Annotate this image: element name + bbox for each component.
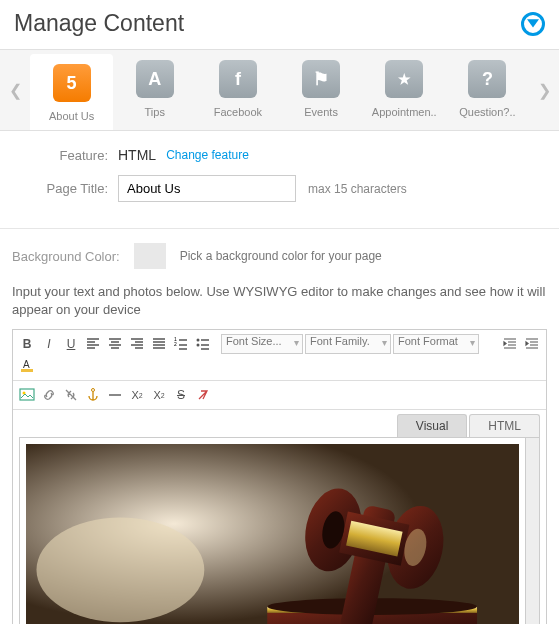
tab-label: About Us [49, 110, 94, 122]
align-left-button[interactable] [83, 334, 103, 354]
feature-value: HTML [118, 147, 156, 163]
text-color-button[interactable]: A [17, 356, 37, 376]
feature-label: Feature: [12, 148, 118, 163]
tab-label: Facebook [214, 106, 262, 118]
tab-about-us[interactable]: 5 About Us [30, 54, 113, 130]
visual-mode-tab[interactable]: Visual [397, 414, 467, 437]
tab-label: Question?.. [459, 106, 515, 118]
svg-point-8 [92, 389, 95, 392]
strikethrough-button[interactable]: S [171, 385, 191, 405]
tab-label: Appointmen.. [372, 106, 437, 118]
tabs: 5 About Us A Tips f Facebook ⚑ Events ★ … [30, 50, 529, 130]
align-center-button[interactable] [105, 334, 125, 354]
page-title: Manage Content [14, 10, 184, 37]
page-title-input[interactable] [118, 175, 296, 202]
font-family-select[interactable]: Font Family. [305, 334, 391, 354]
editor-instructions: Input your text and photos below. Use WY… [0, 283, 559, 329]
svg-point-2 [197, 339, 200, 342]
calendar-star-icon: ★ [385, 60, 423, 98]
bold-button[interactable]: B [17, 334, 37, 354]
help-button[interactable] [521, 12, 545, 36]
flag-icon: ⚑ [302, 60, 340, 98]
content-image [26, 444, 519, 624]
tab-tips[interactable]: A Tips [113, 50, 196, 130]
align-justify-button[interactable] [149, 334, 169, 354]
subscript-button[interactable]: X2 [127, 385, 147, 405]
svg-text:2: 2 [174, 341, 177, 347]
wysiwyg-editor: B I U 12 Font Size... Font Family. Font … [12, 329, 547, 624]
hr-button[interactable] [105, 385, 125, 405]
svg-rect-9 [109, 394, 121, 396]
unlink-button[interactable] [61, 385, 81, 405]
link-button[interactable] [39, 385, 59, 405]
tab-appointments[interactable]: ★ Appointmen.. [363, 50, 446, 130]
svg-rect-6 [20, 389, 34, 400]
svg-point-3 [197, 344, 200, 347]
tab-label: Tips [145, 106, 165, 118]
tabs-next-arrow[interactable]: ❯ [529, 50, 559, 130]
editor-scrollbar[interactable] [526, 437, 540, 624]
facebook-icon: f [219, 60, 257, 98]
html5-icon: 5 [53, 64, 91, 102]
svg-text:A: A [23, 359, 30, 370]
svg-point-11 [36, 518, 204, 623]
image-button[interactable] [17, 385, 37, 405]
align-right-button[interactable] [127, 334, 147, 354]
unordered-list-button[interactable] [193, 334, 213, 354]
question-icon: ? [468, 60, 506, 98]
font-format-select[interactable]: Font Format [393, 334, 479, 354]
tab-events[interactable]: ⚑ Events [280, 50, 363, 130]
font-size-select[interactable]: Font Size... [221, 334, 303, 354]
tabs-prev-arrow[interactable]: ❮ [0, 50, 30, 130]
page-title-hint: max 15 characters [308, 182, 407, 196]
page-title-label: Page Title: [12, 181, 118, 196]
editor-canvas[interactable] [19, 437, 526, 624]
superscript-button[interactable]: X2 [149, 385, 169, 405]
bg-color-swatch[interactable] [134, 243, 166, 269]
anchor-button[interactable] [83, 385, 103, 405]
italic-button[interactable]: I [39, 334, 59, 354]
underline-button[interactable]: U [61, 334, 81, 354]
divider [0, 228, 559, 229]
clear-format-button[interactable] [193, 385, 213, 405]
outdent-button[interactable] [500, 334, 520, 354]
indent-button[interactable] [522, 334, 542, 354]
bg-color-hint: Pick a background color for your page [180, 249, 382, 263]
tips-icon: A [136, 60, 174, 98]
tab-facebook[interactable]: f Facebook [196, 50, 279, 130]
tab-label: Events [304, 106, 338, 118]
tab-question[interactable]: ? Question?.. [446, 50, 529, 130]
bg-color-label: Background Color: [12, 249, 120, 264]
html-mode-tab[interactable]: HTML [469, 414, 540, 437]
change-feature-link[interactable]: Change feature [166, 148, 249, 162]
ordered-list-button[interactable]: 12 [171, 334, 191, 354]
